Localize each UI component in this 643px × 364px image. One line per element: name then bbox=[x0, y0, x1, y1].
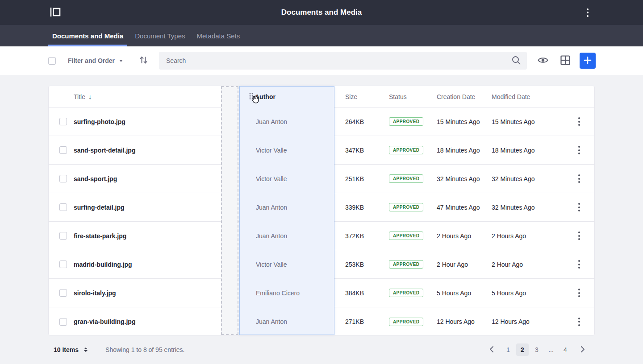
row-checkbox[interactable] bbox=[59, 203, 67, 211]
tab-documents-and-media[interactable]: Documents and Media bbox=[48, 25, 127, 46]
drag-handle-icon[interactable] bbox=[249, 92, 254, 101]
row-actions-kebab-button[interactable] bbox=[576, 258, 583, 270]
document-title[interactable]: sand-sport.jpg bbox=[74, 175, 117, 182]
previous-page-button[interactable] bbox=[486, 343, 497, 356]
search-bar bbox=[159, 52, 527, 70]
creation-date: 5 Hours Ago bbox=[437, 290, 471, 297]
header-checkbox-cell bbox=[49, 86, 74, 107]
page-ellipsis-button[interactable]: ... bbox=[545, 343, 557, 356]
sort-order-button[interactable] bbox=[140, 56, 147, 66]
caret-down-icon bbox=[119, 60, 123, 62]
modified-date: 15 Minutes Ago bbox=[492, 118, 535, 125]
document-title[interactable]: surfing-detail.jpg bbox=[74, 204, 125, 211]
row-actions-kebab-button[interactable] bbox=[576, 173, 583, 185]
row-checkbox[interactable] bbox=[59, 175, 67, 182]
sort-descending-icon: ↓ bbox=[88, 93, 92, 100]
row-actions-kebab-button[interactable] bbox=[576, 230, 583, 242]
column-status-label: Status bbox=[389, 93, 407, 100]
tab-metadata-sets[interactable]: Metadata Sets bbox=[192, 25, 244, 46]
column-title-label: Title bbox=[74, 93, 85, 100]
items-per-page-label: 10 Items bbox=[54, 346, 79, 353]
items-per-page-selector[interactable]: 10 Items bbox=[54, 346, 88, 353]
document-size: 271KB bbox=[345, 318, 364, 325]
column-creation-label: Creation Date bbox=[437, 93, 475, 100]
vertical-ellipsis-icon bbox=[578, 117, 580, 126]
status-badge: APPROVED bbox=[389, 146, 423, 154]
document-author: Juan Anton bbox=[256, 318, 287, 325]
search-icon bbox=[511, 60, 521, 66]
page-3-button[interactable]: 3 bbox=[530, 343, 543, 356]
app-header: Documents and Media bbox=[0, 0, 643, 25]
modified-date: 18 Minutes Ago bbox=[492, 147, 535, 154]
column-header-modified-date[interactable]: Modified Date bbox=[492, 86, 547, 107]
modified-date: 32 Minutes Ago bbox=[492, 204, 535, 211]
vertical-ellipsis-icon bbox=[578, 289, 580, 297]
row-checkbox[interactable] bbox=[59, 146, 67, 154]
document-title[interactable]: sirolo-italy.jpg bbox=[74, 290, 116, 297]
column-header-size[interactable]: Size bbox=[334, 86, 389, 107]
status-badge: APPROVED bbox=[389, 289, 423, 297]
select-all-checkbox[interactable] bbox=[48, 57, 56, 65]
display-style-cards-button[interactable] bbox=[560, 55, 571, 66]
search-input[interactable] bbox=[159, 52, 527, 70]
row-checkbox[interactable] bbox=[59, 289, 67, 297]
page-1-button[interactable]: 1 bbox=[502, 343, 514, 356]
column-header-creation-date[interactable]: Creation Date bbox=[437, 86, 492, 107]
pagination-bar: 10 Items Showing 1 to 8 of 95 entries. 1… bbox=[48, 335, 595, 364]
filter-and-order-button[interactable]: Filter and Order bbox=[68, 57, 123, 64]
tab-document-types[interactable]: Document Types bbox=[131, 25, 189, 46]
column-drop-placeholder bbox=[221, 86, 238, 335]
row-actions-kebab-button[interactable] bbox=[576, 144, 583, 156]
document-size: 372KB bbox=[345, 232, 364, 240]
product-menu-button[interactable] bbox=[49, 6, 62, 19]
row-actions-kebab-button[interactable] bbox=[576, 316, 583, 328]
creation-date: 47 Minutes Ago bbox=[437, 204, 480, 211]
page-4-button[interactable]: 4 bbox=[559, 343, 572, 356]
document-title[interactable]: gran-via-building.jpg bbox=[74, 318, 135, 325]
grid-icon bbox=[560, 55, 570, 66]
vertical-ellipsis-icon bbox=[578, 318, 580, 326]
modified-date: 12 Hours Ago bbox=[492, 318, 530, 325]
document-size: 339KB bbox=[345, 204, 364, 211]
modified-date: 2 Hours Ago bbox=[492, 232, 526, 240]
document-author: Victor Valle bbox=[256, 261, 287, 268]
row-checkbox[interactable] bbox=[59, 261, 67, 268]
documents-table-card: Title ↓ Author Size Status Creation Date… bbox=[48, 86, 595, 335]
creation-date: 15 Minutes Ago bbox=[437, 118, 480, 125]
sort-arrows-icon bbox=[140, 56, 147, 66]
next-page-button[interactable] bbox=[577, 343, 589, 356]
status-badge: APPROVED bbox=[389, 174, 423, 183]
creation-date: 18 Minutes Ago bbox=[437, 147, 480, 154]
tab-label: Metadata Sets bbox=[196, 32, 240, 40]
row-actions-kebab-button[interactable] bbox=[576, 287, 583, 299]
status-badge: APPROVED bbox=[389, 232, 423, 240]
row-checkbox[interactable] bbox=[59, 232, 67, 240]
chevron-left-icon bbox=[489, 346, 494, 354]
row-actions-kebab-button[interactable] bbox=[576, 116, 583, 128]
column-header-status[interactable]: Status bbox=[389, 86, 437, 107]
tab-label: Document Types bbox=[135, 32, 185, 40]
management-toolbar: Filter and Order bbox=[0, 46, 643, 75]
creation-date: 12 Hours Ago bbox=[437, 318, 475, 325]
creation-date: 32 Minutes Ago bbox=[437, 175, 480, 182]
page-2-button-active[interactable]: 2 bbox=[516, 343, 529, 356]
document-author: Juan Anton bbox=[256, 232, 287, 240]
eye-icon bbox=[538, 56, 548, 66]
add-button[interactable] bbox=[580, 53, 596, 69]
document-author: Emiliano Cicero bbox=[256, 290, 300, 297]
search-submit-button[interactable] bbox=[511, 55, 522, 66]
document-title[interactable]: fire-state-park.jpg bbox=[74, 232, 126, 240]
document-title[interactable]: sand-sport-detail.jpg bbox=[74, 147, 135, 154]
creation-date: 2 Hour Ago bbox=[437, 261, 468, 268]
row-actions-kebab-button[interactable] bbox=[576, 201, 583, 213]
column-header-title[interactable]: Title ↓ bbox=[74, 86, 221, 107]
document-author: Juan Anton bbox=[256, 118, 287, 125]
row-checkbox[interactable] bbox=[59, 118, 67, 125]
row-checkbox[interactable] bbox=[59, 318, 67, 326]
document-title[interactable]: surfing-photo.jpg bbox=[74, 118, 125, 125]
column-modified-label: Modified Date bbox=[492, 93, 530, 100]
preview-view-button[interactable] bbox=[538, 55, 548, 66]
vertical-ellipsis-icon bbox=[578, 146, 580, 154]
header-kebab-button[interactable] bbox=[582, 6, 593, 19]
document-title[interactable]: madrid-building.jpg bbox=[74, 261, 132, 268]
